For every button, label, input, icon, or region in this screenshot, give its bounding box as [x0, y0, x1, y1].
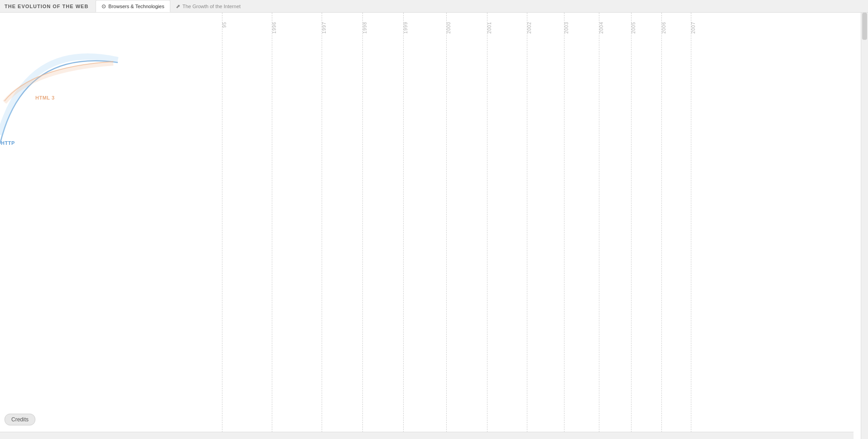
year-label-2003: 2003	[564, 22, 569, 33]
year-label-2000: 2000	[446, 22, 451, 33]
year-label-2007: 2007	[691, 22, 696, 33]
year-line-2000	[446, 13, 447, 439]
year-line-2007	[691, 13, 691, 439]
year-label-1998: 1998	[362, 22, 367, 33]
horizontal-scrollbar[interactable]	[0, 432, 854, 439]
browsers-tab-label: Browsers & Technologies	[108, 4, 164, 9]
year-line-2001	[487, 13, 487, 439]
year-lines-container: 95 1996 1997 1998 1999 2000 2001 2002 20…	[0, 13, 861, 439]
tab-growth-internet[interactable]: ⬈ The Growth of the Internet	[170, 0, 246, 12]
year-line-2003	[564, 13, 564, 439]
browsers-tab-icon: ⊙	[101, 3, 106, 10]
year-label-2005: 2005	[631, 22, 636, 33]
year-label-2004: 2004	[599, 22, 604, 33]
year-label-2006: 2006	[661, 22, 666, 33]
year-line-2005	[631, 13, 632, 439]
main-content-area: 95 1996 1997 1998 1999 2000 2001 2002 20…	[0, 13, 861, 439]
growth-tab-icon: ⬈	[176, 3, 180, 10]
tab-browsers-technologies[interactable]: ⊙ Browsers & Technologies	[96, 0, 170, 12]
year-label-95: 95	[222, 22, 227, 28]
year-line-1997	[322, 13, 322, 439]
year-label-1996: 1996	[272, 22, 277, 33]
year-label-1999: 1999	[403, 22, 408, 33]
year-label-2001: 2001	[487, 22, 492, 33]
year-label-1997: 1997	[322, 22, 327, 33]
year-line-2006	[661, 13, 662, 439]
top-navigation: THE EVOLUTION OF THE WEB ⊙ Browsers & Te…	[0, 0, 868, 13]
app-title: THE EVOLUTION OF THE WEB	[5, 4, 88, 9]
year-line-2004	[599, 13, 599, 439]
technology-arcs	[0, 13, 272, 194]
year-line-1998	[362, 13, 363, 439]
year-line-2002	[527, 13, 527, 439]
credits-button[interactable]: Credits	[5, 414, 35, 425]
label-http: HTTP	[1, 140, 15, 146]
year-label-2002: 2002	[527, 22, 532, 33]
year-line-95	[222, 13, 222, 439]
year-line-1996	[272, 13, 272, 439]
growth-tab-label: The Growth of the Internet	[183, 4, 241, 9]
vertical-scrollbar[interactable]	[861, 13, 868, 439]
scrollbar-thumb[interactable]	[862, 13, 867, 40]
label-html3: HTML 3	[35, 95, 55, 100]
year-line-1999	[403, 13, 404, 439]
